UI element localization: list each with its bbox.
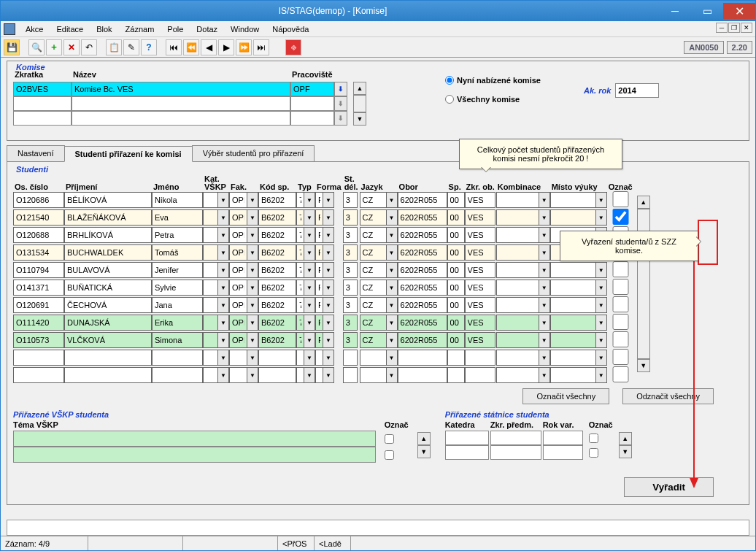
lov-button-2[interactable]: ⬇ bbox=[334, 111, 347, 126]
table-cell[interactable] bbox=[496, 332, 539, 348]
chevron-down-icon[interactable]: ▼ bbox=[595, 315, 607, 331]
chevron-down-icon[interactable]: ▼ bbox=[595, 350, 607, 366]
table-cell[interactable] bbox=[343, 367, 358, 383]
chevron-down-icon[interactable]: ▼ bbox=[539, 192, 550, 208]
table-cell[interactable] bbox=[360, 297, 386, 313]
row-checkbox[interactable] bbox=[607, 209, 634, 225]
undo-icon[interactable]: ↶ bbox=[81, 39, 97, 55]
nazev-0[interactable] bbox=[72, 82, 290, 96]
table-cell[interactable] bbox=[315, 297, 323, 313]
row-checkbox[interactable] bbox=[607, 366, 634, 382]
table-cell[interactable] bbox=[296, 280, 304, 296]
table-cell[interactable] bbox=[64, 262, 152, 278]
chevron-down-icon[interactable]: ▼ bbox=[539, 244, 550, 261]
table-cell[interactable] bbox=[152, 367, 203, 383]
add-icon[interactable]: ＋ bbox=[46, 39, 62, 55]
table-cell[interactable] bbox=[398, 367, 447, 383]
table-cell[interactable] bbox=[152, 332, 203, 348]
zkratka-2[interactable] bbox=[13, 111, 72, 126]
chevron-down-icon[interactable]: ▼ bbox=[539, 227, 550, 243]
chevron-down-icon[interactable]: ▼ bbox=[304, 332, 315, 348]
chevron-down-icon[interactable]: ▼ bbox=[304, 192, 315, 208]
table-cell[interactable] bbox=[296, 350, 304, 366]
table-cell[interactable] bbox=[203, 227, 217, 243]
table-cell[interactable] bbox=[315, 280, 323, 296]
table-cell[interactable] bbox=[64, 192, 152, 208]
table-cell[interactable] bbox=[398, 332, 447, 348]
row-checkbox[interactable] bbox=[607, 349, 634, 365]
zkratka-1[interactable] bbox=[13, 96, 72, 111]
table-cell[interactable] bbox=[315, 262, 323, 278]
chevron-down-icon[interactable]: ▼ bbox=[323, 227, 334, 243]
menu-pole[interactable]: Pole bbox=[161, 23, 189, 35]
chevron-down-icon[interactable]: ▼ bbox=[304, 262, 315, 278]
table-cell[interactable] bbox=[360, 209, 386, 226]
table-cell[interactable] bbox=[203, 297, 217, 313]
table-cell[interactable] bbox=[465, 262, 495, 278]
table-cell[interactable] bbox=[360, 367, 386, 383]
chevron-down-icon[interactable]: ▼ bbox=[595, 280, 607, 296]
table-cell[interactable] bbox=[465, 332, 495, 348]
chevron-down-icon[interactable]: ▼ bbox=[247, 262, 258, 278]
chevron-down-icon[interactable]: ▼ bbox=[217, 367, 229, 383]
search-icon[interactable]: 🔍 bbox=[28, 39, 45, 55]
table-cell[interactable] bbox=[398, 297, 447, 313]
table-cell[interactable] bbox=[258, 315, 296, 331]
table-cell[interactable] bbox=[550, 297, 595, 313]
komise-scroll-down[interactable]: ▼ bbox=[353, 112, 366, 126]
table-cell[interactable] bbox=[229, 209, 247, 226]
table-cell[interactable] bbox=[496, 350, 539, 366]
maximize-button[interactable]: ▭ bbox=[691, 3, 723, 19]
table-cell[interactable] bbox=[550, 332, 595, 348]
table-cell[interactable] bbox=[315, 192, 323, 208]
table-cell[interactable] bbox=[203, 244, 217, 261]
chevron-down-icon[interactable]: ▼ bbox=[323, 297, 334, 313]
table-cell[interactable] bbox=[315, 244, 323, 261]
chevron-down-icon[interactable]: ▼ bbox=[247, 227, 258, 243]
chevron-down-icon[interactable]: ▼ bbox=[595, 262, 607, 278]
table-cell[interactable] bbox=[152, 209, 203, 226]
table-cell[interactable] bbox=[64, 367, 152, 383]
nazev-2[interactable] bbox=[72, 111, 290, 126]
katedra-1[interactable] bbox=[445, 445, 489, 460]
statnice-scroll-up[interactable]: ▲ bbox=[619, 432, 632, 445]
chevron-down-icon[interactable]: ▼ bbox=[539, 280, 550, 296]
edit-icon[interactable]: ✎ bbox=[123, 39, 139, 55]
delete-icon[interactable]: ✕ bbox=[63, 39, 80, 55]
table-cell[interactable] bbox=[465, 297, 495, 313]
menu-blok[interactable]: Blok bbox=[90, 23, 117, 35]
table-cell[interactable] bbox=[398, 227, 447, 243]
table-cell[interactable] bbox=[447, 350, 465, 366]
chevron-down-icon[interactable]: ▼ bbox=[217, 244, 229, 261]
table-cell[interactable] bbox=[343, 192, 358, 208]
chevron-down-icon[interactable]: ▼ bbox=[386, 209, 398, 226]
table-cell[interactable] bbox=[13, 262, 64, 278]
table-cell[interactable] bbox=[64, 209, 152, 226]
katedra-0[interactable] bbox=[445, 431, 489, 445]
table-cell[interactable] bbox=[496, 367, 539, 383]
row-checkbox[interactable] bbox=[607, 314, 634, 330]
table-cell[interactable] bbox=[152, 280, 203, 296]
chevron-down-icon[interactable]: ▼ bbox=[386, 297, 398, 313]
table-cell[interactable] bbox=[447, 209, 465, 226]
chevron-down-icon[interactable]: ▼ bbox=[247, 315, 258, 331]
chevron-down-icon[interactable]: ▼ bbox=[247, 297, 258, 313]
table-cell[interactable] bbox=[296, 367, 304, 383]
chevron-down-icon[interactable]: ▼ bbox=[304, 280, 315, 296]
chevron-down-icon[interactable]: ▼ bbox=[595, 367, 607, 383]
copy-icon[interactable]: 📋 bbox=[106, 39, 122, 55]
table-cell[interactable] bbox=[465, 315, 495, 331]
table-cell[interactable] bbox=[398, 244, 447, 261]
table-cell[interactable] bbox=[447, 367, 465, 383]
rokvar-1[interactable] bbox=[543, 445, 583, 460]
table-cell[interactable] bbox=[360, 280, 386, 296]
chevron-down-icon[interactable]: ▼ bbox=[247, 367, 258, 383]
students-scroll-up[interactable]: ▲ bbox=[637, 196, 650, 209]
table-cell[interactable] bbox=[152, 262, 203, 278]
table-cell[interactable] bbox=[203, 367, 217, 383]
table-cell[interactable] bbox=[550, 192, 595, 208]
table-cell[interactable] bbox=[203, 209, 217, 226]
zkratka-0[interactable] bbox=[13, 82, 72, 96]
prev-page-icon[interactable]: ⏪ bbox=[183, 39, 199, 55]
table-cell[interactable] bbox=[258, 297, 296, 313]
